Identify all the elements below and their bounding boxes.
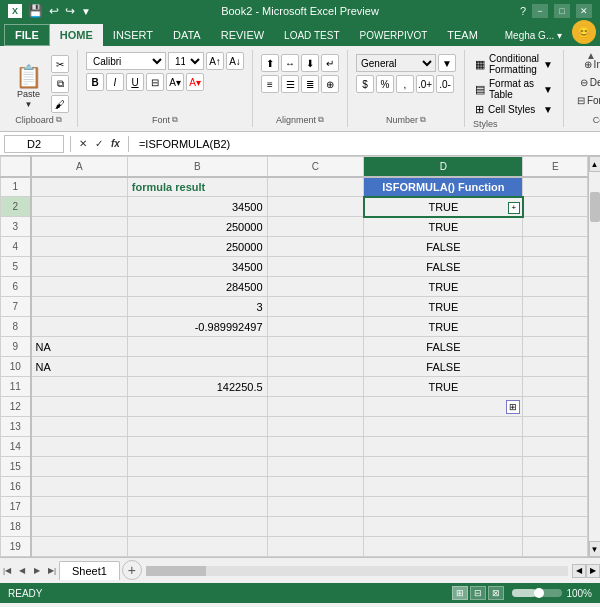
conditional-formatting-btn[interactable]: ▦ Conditional Formatting ▼ — [473, 52, 555, 76]
format-as-table-btn[interactable]: ▤ Format as Table ▼ — [473, 77, 555, 101]
page-layout-btn[interactable]: ⊟ — [470, 586, 486, 600]
cell-E10[interactable] — [523, 357, 588, 377]
minimize-btn[interactable]: − — [532, 4, 548, 18]
cell-E4[interactable] — [523, 237, 588, 257]
normal-view-btn[interactable]: ⊞ — [452, 586, 468, 600]
cell-B1[interactable]: formula result — [127, 177, 267, 197]
col-header-D[interactable]: D — [364, 157, 523, 177]
prev-sheet-btn[interactable]: ◀ — [15, 564, 29, 578]
copy-button[interactable]: ⧉ — [51, 75, 69, 93]
confirm-formula-btn[interactable]: ✓ — [93, 138, 105, 149]
cell-B4[interactable]: 250000 — [127, 237, 267, 257]
row-header-9[interactable]: 9 — [1, 337, 31, 357]
cell-D3[interactable]: TRUE — [364, 217, 523, 237]
row-header-11[interactable]: 11 — [1, 377, 31, 397]
hscroll-right-btn[interactable]: ▶ — [586, 564, 600, 578]
cell-E11[interactable] — [523, 377, 588, 397]
row-header-2[interactable]: 2 — [1, 197, 31, 217]
ribbon-collapse-btn[interactable]: ▲ — [586, 50, 596, 61]
cell-D9[interactable]: FALSE — [364, 337, 523, 357]
cell-A7[interactable] — [31, 297, 128, 317]
cell-B8[interactable]: -0.989992497 — [127, 317, 267, 337]
quick-access-save[interactable]: 💾 — [28, 4, 43, 18]
cell-A1[interactable] — [31, 177, 128, 197]
cell-D11[interactable]: TRUE — [364, 377, 523, 397]
quick-access-undo[interactable]: ↩ — [49, 4, 59, 18]
row-header-19[interactable]: 19 — [1, 537, 31, 557]
cell-D6[interactable]: TRUE — [364, 277, 523, 297]
cell-A11[interactable] — [31, 377, 128, 397]
decrease-decimal-btn[interactable]: .0- — [436, 75, 454, 93]
font-color-button[interactable]: A▾ — [186, 73, 204, 91]
cell-A8[interactable] — [31, 317, 128, 337]
insert-function-btn[interactable]: fx — [109, 138, 122, 149]
align-center-btn[interactable]: ☰ — [281, 75, 299, 93]
tab-review[interactable]: REVIEW — [211, 24, 274, 46]
cell-E3[interactable] — [523, 217, 588, 237]
paste-button[interactable]: 📋 Paste ▼ — [8, 61, 49, 113]
horizontal-scrollbar[interactable] — [146, 566, 568, 576]
zoom-slider-thumb[interactable] — [534, 588, 544, 598]
cell-B7[interactable]: 3 — [127, 297, 267, 317]
align-top-btn[interactable]: ⬆ — [261, 54, 279, 72]
fill-color-button[interactable]: A▾ — [166, 73, 184, 91]
tab-file[interactable]: FILE — [4, 24, 50, 46]
cell-C3[interactable] — [267, 217, 364, 237]
cell-reference-input[interactable] — [4, 135, 64, 153]
cell-A3[interactable] — [31, 217, 128, 237]
row-header-18[interactable]: 18 — [1, 517, 31, 537]
scroll-up-btn[interactable]: ▲ — [589, 156, 601, 172]
tab-powerpivot[interactable]: POWERPIVOT — [350, 24, 438, 46]
cell-C2[interactable] — [267, 197, 364, 217]
cell-A6[interactable] — [31, 277, 128, 297]
maximize-btn[interactable]: □ — [554, 4, 570, 18]
font-expand[interactable]: ⧉ — [172, 115, 178, 125]
first-sheet-btn[interactable]: |◀ — [0, 564, 14, 578]
add-sheet-btn[interactable]: + — [122, 560, 142, 580]
scrollbar-thumb[interactable] — [590, 192, 600, 222]
cell-B6[interactable]: 284500 — [127, 277, 267, 297]
cell-C4[interactable] — [267, 237, 364, 257]
cell-C12[interactable] — [267, 397, 364, 417]
zoom-slider[interactable] — [512, 589, 562, 597]
row-header-10[interactable]: 10 — [1, 357, 31, 377]
cell-B11[interactable]: 142250.5 — [127, 377, 267, 397]
col-header-B[interactable]: B — [127, 157, 267, 177]
close-btn[interactable]: ✕ — [576, 4, 592, 18]
cell-B5[interactable]: 34500 — [127, 257, 267, 277]
cell-D4[interactable]: FALSE — [364, 237, 523, 257]
tab-insert[interactable]: INSERT — [103, 24, 163, 46]
customize-qa[interactable]: ▼ — [81, 6, 91, 17]
comma-btn[interactable]: , — [396, 75, 414, 93]
vertical-scrollbar[interactable]: ▲ ▼ — [588, 156, 600, 557]
cell-C1[interactable] — [267, 177, 364, 197]
align-middle-btn[interactable]: ↔ — [281, 54, 299, 72]
delete-cells-btn[interactable]: ⊖Delete▼ — [575, 74, 600, 91]
scroll-down-btn[interactable]: ▼ — [589, 541, 601, 557]
font-family-select[interactable]: Calibri — [86, 52, 166, 70]
tab-loadtest[interactable]: LOAD TEST — [274, 24, 349, 46]
col-header-E[interactable]: E — [523, 157, 588, 177]
font-size-select[interactable]: 11 — [168, 52, 204, 70]
cell-B9[interactable] — [127, 337, 267, 357]
last-sheet-btn[interactable]: ▶| — [45, 564, 59, 578]
cell-C6[interactable] — [267, 277, 364, 297]
cell-E7[interactable] — [523, 297, 588, 317]
row-header-16[interactable]: 16 — [1, 477, 31, 497]
cell-E9[interactable] — [523, 337, 588, 357]
merge-center-btn[interactable]: ⊕ — [321, 75, 339, 93]
clipboard-expand[interactable]: ⧉ — [56, 115, 62, 125]
increase-font-btn[interactable]: A↑ — [206, 52, 224, 70]
number-format-select[interactable]: General — [356, 54, 436, 72]
format-cells-btn[interactable]: ⊟Format▼ — [572, 92, 600, 109]
cell-A12[interactable] — [31, 397, 128, 417]
cell-styles-btn[interactable]: ⊞ Cell Styles ▼ — [473, 102, 555, 117]
cell-B3[interactable]: 250000 — [127, 217, 267, 237]
cell-B10[interactable] — [127, 357, 267, 377]
help-btn[interactable]: ? — [520, 5, 526, 17]
align-left-btn[interactable]: ≡ — [261, 75, 279, 93]
cell-D1[interactable]: ISFORMULA() Function — [364, 177, 523, 197]
autofill-handle[interactable]: + — [508, 202, 520, 214]
cell-E6[interactable] — [523, 277, 588, 297]
decrease-font-btn[interactable]: A↓ — [226, 52, 244, 70]
